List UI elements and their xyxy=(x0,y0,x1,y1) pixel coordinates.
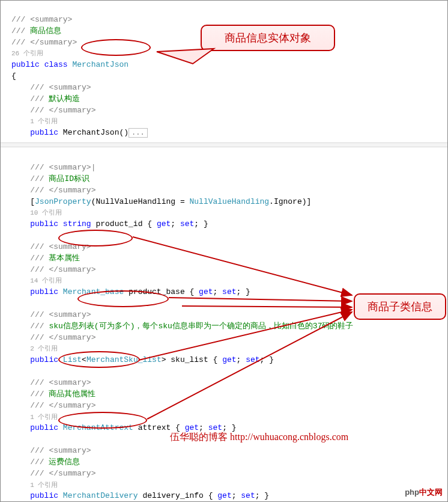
callout-entity: 商品信息实体对象 xyxy=(201,25,335,51)
doc-text: 商品ID标识 xyxy=(49,174,89,183)
attr-type: JsonProperty xyxy=(35,197,91,206)
brace-close: ; } xyxy=(237,287,250,296)
brace-close: ; } xyxy=(255,491,269,500)
refs-count: 2 个引用 xyxy=(30,345,58,352)
site-logo: php中文网 xyxy=(405,487,443,498)
angle: < xyxy=(82,355,86,364)
brace-close: ; } xyxy=(194,219,208,228)
watermark-text: 伍华聪的博客 http://wuhuacong.cnblogs.com xyxy=(170,431,348,444)
type-sku-list: MerchantSku_list xyxy=(86,355,162,364)
keyword-public: public xyxy=(30,219,58,228)
prop-name: sku_list { xyxy=(166,355,223,364)
type-merchantjson: MerchantJson xyxy=(72,60,129,69)
type-attrext: MerchantAttrext xyxy=(63,423,133,432)
keyword-get: get xyxy=(157,219,171,228)
xml-doc: /// <summary> xyxy=(30,446,91,455)
doc-text: 运费信息 xyxy=(49,458,80,467)
doc-text: 基本属性 xyxy=(49,254,80,263)
keyword-public: public xyxy=(30,128,58,137)
xml-doc: /// </summary> xyxy=(11,38,77,47)
keyword-public: public xyxy=(11,60,40,69)
doc-text: 默认构造 xyxy=(49,94,80,103)
code-block-upper: /// <summary> /// 商品信息 /// </summary> 26… xyxy=(1,1,447,141)
semi: ; xyxy=(237,355,246,364)
attr-close: .Ignore)] xyxy=(269,197,311,206)
keyword-set: set xyxy=(222,287,236,296)
keyword-get: get xyxy=(199,287,213,296)
logo-php: php xyxy=(405,488,419,497)
prop-name: product_id { xyxy=(91,219,157,228)
doc-text: sku信息列表(可为多个)，每个sku信息串即为一个确定的商品，比如白色的37码… xyxy=(49,322,353,331)
refs-count: 10 个引用 xyxy=(30,209,62,216)
xml-doc: /// <summary> xyxy=(30,83,91,92)
callout-subclass-text: 商品子类信息 xyxy=(368,301,432,313)
keyword-public: public xyxy=(30,355,58,364)
refs-count: 1 个引用 xyxy=(30,414,58,421)
code-text: (NullValueHandling = xyxy=(91,197,190,206)
xml-doc: /// <summary> xyxy=(30,310,91,319)
xml-doc: /// <summary> xyxy=(30,378,91,387)
refs-count: 14 个引用 xyxy=(30,277,62,284)
xml-doc: /// </summary> xyxy=(30,186,95,195)
keyword-public: public xyxy=(30,491,58,500)
brace-close: ; } xyxy=(260,355,274,364)
callout-entity-text: 商品信息实体对象 xyxy=(225,32,311,44)
xml-doc: /// <summary> xyxy=(11,15,72,24)
type-list: List xyxy=(63,355,82,364)
xml-doc: /// </summary> xyxy=(30,469,95,478)
xml-doc: /// </summary> xyxy=(30,333,95,342)
keyword-set: set xyxy=(241,491,255,500)
keyword-string: string xyxy=(63,219,91,228)
code-block-lower: /// <summary>| /// 商品ID标识 /// </summary>… xyxy=(1,148,447,502)
keyword-set: set xyxy=(246,355,259,364)
doc-text: 商品信息 xyxy=(30,26,61,35)
attr-open: [ xyxy=(30,197,35,206)
semi: ; xyxy=(171,219,180,228)
refs-count: 26 个引用 xyxy=(11,50,43,57)
xml-doc: /// <summary>| xyxy=(30,163,95,172)
doc-text: 商品其他属性 xyxy=(49,390,95,399)
ctor-name: MerchantJson() xyxy=(58,128,129,137)
collapse-toggle[interactable]: ... xyxy=(129,128,148,138)
angle: > xyxy=(162,355,166,364)
xml-doc: /// </summary> xyxy=(30,401,95,410)
keyword-public: public xyxy=(30,287,58,296)
semi: ; xyxy=(213,287,223,296)
type-merchant-base: Merchant_base xyxy=(63,287,124,296)
logo-cn: 中文网 xyxy=(419,488,443,497)
refs-count: 1 个引用 xyxy=(30,482,58,489)
keyword-public: public xyxy=(30,423,58,432)
semi: ; xyxy=(232,491,241,500)
xml-doc: /// </summary> xyxy=(30,106,95,115)
keyword-get: get xyxy=(222,355,236,364)
xml-doc: /// <summary> xyxy=(30,242,91,251)
enum-type: NullValueHandling xyxy=(189,197,269,206)
section-divider xyxy=(1,142,447,147)
type-delivery: MerchantDelivery xyxy=(63,491,138,500)
prop-name: product_base { xyxy=(124,287,199,296)
keyword-class: class xyxy=(44,60,68,69)
keyword-get: get xyxy=(217,491,231,500)
xml-doc: /// </summary> xyxy=(30,265,95,274)
refs-count: 1 个引用 xyxy=(30,118,58,125)
keyword-set: set xyxy=(180,219,194,228)
callout-subclass: 商品子类信息 xyxy=(354,293,446,320)
prop-name: delivery_info { xyxy=(138,491,218,500)
brace-open: { xyxy=(11,72,16,81)
